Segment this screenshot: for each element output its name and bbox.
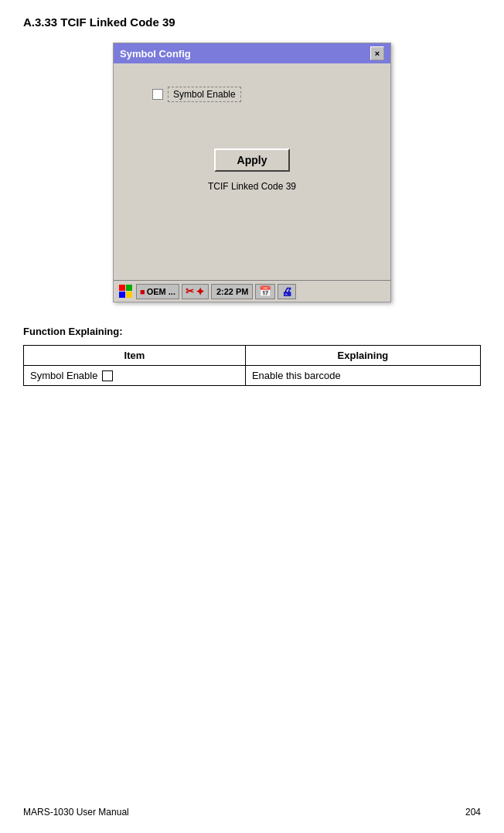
dialog-titlebar: Symbol Config × <box>114 43 390 63</box>
footer-left: MARS-1030 User Manual <box>23 807 129 818</box>
printer-icon: 🖨 <box>281 285 292 298</box>
dialog: Symbol Config × Symbol Enable Apply TCIF… <box>113 43 391 302</box>
table-item-text: Symbol Enable <box>30 370 97 381</box>
dialog-taskbar: ■ OEM ... ✂ ✦ 2:22 PM 📅 🖨 <box>114 280 390 302</box>
windows-flag-icon <box>119 285 132 298</box>
scanner-icon: ✦ <box>196 285 205 298</box>
dialog-title: Symbol Config <box>120 48 191 60</box>
function-section-title: Function Explaining: <box>23 326 481 337</box>
scissors-taskbar-item[interactable]: ✂ ✦ <box>182 284 209 299</box>
scissors-icon: ✂ <box>186 285 194 297</box>
symbol-enable-checkbox[interactable] <box>152 89 163 100</box>
table-cell-item: Symbol Enable <box>24 366 246 386</box>
taskbar-time: 2:22 PM <box>216 287 249 296</box>
table-cell-explaining: Enable this barcode <box>245 366 480 386</box>
function-table: Item Explaining Symbol EnableEnable this… <box>23 345 481 386</box>
calendar-taskbar-item[interactable]: 📅 <box>255 284 275 299</box>
time-taskbar-item[interactable]: 2:22 PM <box>211 284 253 299</box>
oem-button[interactable]: ■ OEM ... <box>136 284 179 299</box>
oem-icon: ■ <box>140 287 145 296</box>
apply-button[interactable]: Apply <box>214 149 291 172</box>
oem-label: OEM ... <box>147 287 175 296</box>
dialog-footer-text: TCIF Linked Code 39 <box>208 181 296 192</box>
table-item-checkbox[interactable] <box>102 370 113 381</box>
dialog-body: Symbol Enable Apply TCIF Linked Code 39 <box>114 63 390 280</box>
page-title: A.3.33 TCIF Linked Code 39 <box>23 15 481 29</box>
printer-taskbar-item[interactable]: 🖨 <box>278 284 296 299</box>
symbol-enable-row: Symbol Enable <box>152 87 241 102</box>
table-row: Symbol EnableEnable this barcode <box>24 366 481 386</box>
symbol-enable-label: Symbol Enable <box>168 87 241 102</box>
start-button[interactable] <box>117 283 134 300</box>
table-header-explaining: Explaining <box>245 346 480 366</box>
dialog-close-button[interactable]: × <box>370 46 384 60</box>
calendar-icon: 📅 <box>259 285 271 297</box>
footer-right: 204 <box>465 807 481 818</box>
table-header-item: Item <box>24 346 246 366</box>
dialog-wrapper: Symbol Config × Symbol Enable Apply TCIF… <box>23 43 481 302</box>
table-header-row: Item Explaining <box>24 346 481 366</box>
page-footer: MARS-1030 User Manual 204 <box>23 807 481 818</box>
